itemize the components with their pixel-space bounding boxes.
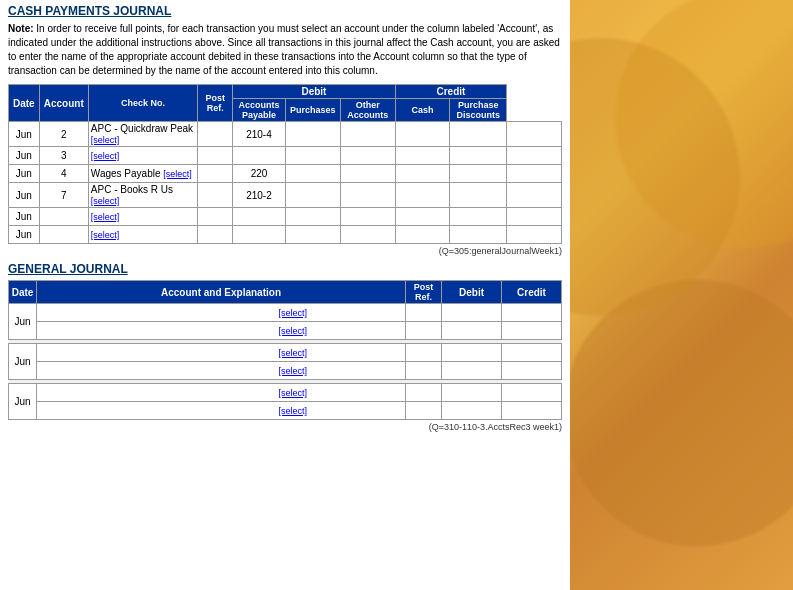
cash-other-input-5[interactable] (398, 229, 448, 240)
gj-credit-1-0[interactable] (502, 344, 562, 362)
gj-credit-input-0-0[interactable] (504, 307, 559, 318)
cash-other-input-1[interactable] (398, 150, 448, 161)
cash-row-checkno-2[interactable] (198, 165, 233, 183)
gj-postref-2-1[interactable] (406, 402, 442, 420)
gj-postref-input-2-0[interactable] (408, 387, 439, 398)
cash-pd-input-1[interactable] (509, 150, 559, 161)
gj-account-input-0-0[interactable] (39, 307, 276, 318)
gj-credit-input-0-1[interactable] (504, 325, 559, 336)
gj-credit-2-0[interactable] (502, 384, 562, 402)
gj-credit-1-1[interactable] (502, 362, 562, 380)
cash-row-select-2[interactable]: [select] (163, 169, 192, 179)
cash-row-checkno-input-1[interactable] (200, 150, 230, 161)
cash-row-account-3[interactable]: APC - Books R Us [select] (88, 183, 197, 208)
cash-cash-input-2[interactable] (452, 168, 504, 179)
gj-account-input-2-0[interactable] (39, 387, 276, 398)
cash-row-ap-2[interactable] (285, 165, 340, 183)
cash-row-pd-1[interactable] (507, 147, 562, 165)
cash-pd-input-0[interactable] (509, 129, 559, 140)
cash-row-checkno-input-0[interactable] (200, 129, 230, 140)
gj-account-input-2-1[interactable] (39, 405, 276, 416)
cash-row-account-0[interactable]: APC - Quickdraw Peak [select] (88, 122, 197, 147)
cash-row-other-5[interactable] (395, 226, 450, 244)
gj-select-0-1[interactable]: [select] (278, 326, 307, 336)
gj-postref-1-1[interactable] (406, 362, 442, 380)
cash-row-pd-0[interactable] (507, 122, 562, 147)
cash-cash-input-4[interactable] (452, 211, 504, 222)
cash-row-checkno-3[interactable] (198, 183, 233, 208)
gj-select-1-0[interactable]: [select] (278, 348, 307, 358)
cash-row-cash-1[interactable] (450, 147, 507, 165)
cash-row-pur-3[interactable] (340, 183, 395, 208)
cash-row-checkno-input-5[interactable] (200, 229, 230, 240)
cash-row-account-1[interactable]: [select] (88, 147, 197, 165)
cash-other-input-2[interactable] (398, 168, 448, 179)
cash-row-checkno-4[interactable] (198, 208, 233, 226)
cash-row-select-1[interactable]: [select] (91, 151, 120, 161)
gj-credit-input-2-0[interactable] (504, 387, 559, 398)
cash-ap-input-1[interactable] (288, 150, 338, 161)
cash-other-input-4[interactable] (398, 211, 448, 222)
cash-row-select-5[interactable]: [select] (91, 230, 120, 240)
gj-credit-input-2-1[interactable] (504, 405, 559, 416)
cash-row-account-5[interactable]: [select] (88, 226, 197, 244)
gj-select-0-0[interactable]: [select] (278, 308, 307, 318)
cash-row-cash-3[interactable] (450, 183, 507, 208)
gj-account-0-1[interactable]: [select] (37, 322, 406, 340)
cash-cash-input-1[interactable] (452, 150, 504, 161)
cash-ap-input-0[interactable] (288, 129, 338, 140)
gj-account-1-0[interactable]: [select] (37, 344, 406, 362)
cash-row-ap-0[interactable] (285, 122, 340, 147)
cash-row-other-2[interactable] (395, 165, 450, 183)
gj-debit-1-1[interactable] (442, 362, 502, 380)
cash-pur-input-0[interactable] (343, 129, 393, 140)
gj-credit-0-1[interactable] (502, 322, 562, 340)
cash-other-input-0[interactable] (398, 129, 448, 140)
gj-postref-1-0[interactable] (406, 344, 442, 362)
cash-row-select-4[interactable]: [select] (91, 212, 120, 222)
cash-pd-input-5[interactable] (509, 229, 559, 240)
gj-debit-input-0-1[interactable] (444, 325, 499, 336)
cash-row-checkno-1[interactable] (198, 147, 233, 165)
gj-debit-input-1-1[interactable] (444, 365, 499, 376)
cash-pur-input-2[interactable] (343, 168, 393, 179)
gj-credit-input-1-0[interactable] (504, 347, 559, 358)
gj-select-1-1[interactable]: [select] (278, 366, 307, 376)
cash-row-cash-2[interactable] (450, 165, 507, 183)
cash-row-account-2[interactable]: Wages Payable [select] (88, 165, 197, 183)
cash-other-input-3[interactable] (398, 190, 448, 201)
cash-row-pur-0[interactable] (340, 122, 395, 147)
gj-postref-input-0-1[interactable] (408, 325, 439, 336)
gj-debit-2-0[interactable] (442, 384, 502, 402)
gj-account-1-1[interactable]: [select] (37, 362, 406, 380)
gj-select-2-1[interactable]: [select] (278, 406, 307, 416)
cash-row-ap-3[interactable] (285, 183, 340, 208)
cash-row-other-0[interactable] (395, 122, 450, 147)
cash-ap-input-2[interactable] (288, 168, 338, 179)
gj-debit-input-2-1[interactable] (444, 405, 499, 416)
cash-row-checkno-input-2[interactable] (200, 168, 230, 179)
gj-postref-0-0[interactable] (406, 304, 442, 322)
gj-postref-input-0-0[interactable] (408, 307, 439, 318)
gj-debit-2-1[interactable] (442, 402, 502, 420)
cash-row-pur-4[interactable] (340, 208, 395, 226)
cash-ap-input-5[interactable] (288, 229, 338, 240)
cash-cash-input-0[interactable] (452, 129, 504, 140)
cash-row-other-4[interactable] (395, 208, 450, 226)
gj-debit-input-0-0[interactable] (444, 307, 499, 318)
gj-debit-0-1[interactable] (442, 322, 502, 340)
cash-pur-input-3[interactable] (343, 190, 393, 201)
gj-debit-1-0[interactable] (442, 344, 502, 362)
gj-debit-0-0[interactable] (442, 304, 502, 322)
cash-row-pur-5[interactable] (340, 226, 395, 244)
cash-pur-input-5[interactable] (343, 229, 393, 240)
gj-select-2-0[interactable]: [select] (278, 388, 307, 398)
cash-row-cash-4[interactable] (450, 208, 507, 226)
gj-debit-input-2-0[interactable] (444, 387, 499, 398)
gj-debit-input-1-0[interactable] (444, 347, 499, 358)
cash-row-cash-0[interactable] (450, 122, 507, 147)
cash-pd-input-2[interactable] (509, 168, 559, 179)
cash-ap-input-3[interactable] (288, 190, 338, 201)
cash-row-account-4[interactable]: [select] (88, 208, 197, 226)
cash-pur-input-4[interactable] (343, 211, 393, 222)
